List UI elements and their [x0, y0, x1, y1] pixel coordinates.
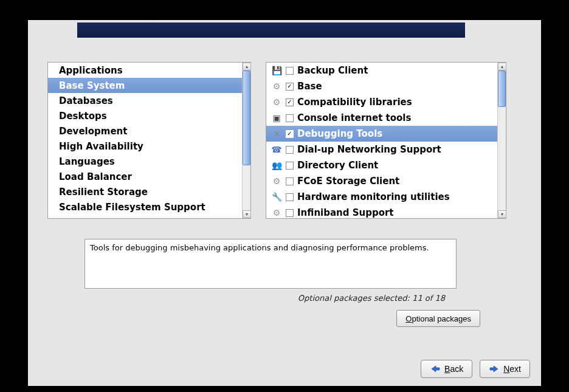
scroll-thumb[interactable]: [498, 70, 506, 107]
category-item[interactable]: Databases: [48, 93, 242, 108]
package-checkbox[interactable]: [286, 177, 294, 185]
gear-icon: ⚙: [271, 176, 282, 187]
scroll-up-icon[interactable]: ▴: [498, 63, 506, 70]
package-label: Directory Client: [297, 160, 378, 171]
category-item[interactable]: Applications: [48, 63, 242, 78]
installer-window: ApplicationsBase SystemDatabasesDesktops…: [27, 19, 542, 387]
package-checkbox[interactable]: [286, 162, 294, 170]
package-checkbox[interactable]: [286, 146, 294, 154]
hw-icon: 🔧: [271, 191, 282, 202]
package-checkbox[interactable]: [286, 193, 294, 201]
category-scrollbar[interactable]: ▴ ▾: [242, 63, 250, 218]
gear-icon: ⚙: [271, 207, 282, 218]
navigation-buttons: Back Next: [421, 360, 530, 378]
package-checkbox[interactable]: [286, 209, 294, 217]
package-item[interactable]: ✕✓Debugging Tools: [266, 126, 497, 142]
package-scrollbar[interactable]: ▴ ▾: [497, 63, 506, 218]
check-icon: ✓: [287, 131, 292, 137]
package-item[interactable]: ⚙FCoE Storage Client: [266, 173, 497, 189]
package-item[interactable]: 👥Directory Client: [266, 157, 497, 173]
gear-icon: ⚙: [271, 81, 282, 92]
package-item[interactable]: 💾Backup Client: [266, 63, 497, 78]
category-item[interactable]: High Availability: [48, 139, 242, 154]
scroll-track[interactable]: [243, 70, 250, 210]
package-label: Backup Client: [297, 65, 368, 76]
people-icon: 👥: [271, 160, 282, 171]
package-description: Tools for debugging misbehaving applicat…: [84, 239, 457, 289]
package-checkbox[interactable]: [286, 67, 294, 75]
category-item[interactable]: Scalable Filesystem Support: [48, 199, 242, 215]
category-list[interactable]: ApplicationsBase SystemDatabasesDesktops…: [48, 63, 242, 218]
package-item[interactable]: ⚙Infiniband Support: [266, 205, 497, 218]
package-label: Compatibility libraries: [297, 97, 412, 108]
package-label: Infiniband Support: [297, 207, 394, 218]
back-button[interactable]: Back: [421, 360, 472, 378]
next-button[interactable]: Next: [480, 360, 530, 378]
package-checkbox[interactable]: ✓: [286, 83, 294, 91]
selection-panels: ApplicationsBase SystemDatabasesDesktops…: [47, 62, 522, 219]
category-item[interactable]: Load Balancer: [48, 169, 242, 184]
category-item[interactable]: Desktops: [48, 108, 242, 123]
button-label: Next: [503, 364, 521, 374]
scroll-thumb[interactable]: [243, 70, 250, 165]
category-panel: ApplicationsBase SystemDatabasesDesktops…: [47, 62, 251, 219]
package-label: Debugging Tools: [297, 128, 382, 139]
tools-icon: ✕: [271, 128, 282, 139]
category-item[interactable]: Languages: [48, 154, 242, 169]
package-label: Dial-up Networking Support: [297, 144, 441, 155]
package-panel: 💾Backup Client⚙✓Base⚙✓Compatibility libr…: [266, 62, 506, 219]
term-icon: ▣: [271, 112, 282, 123]
package-item[interactable]: ▣Console internet tools: [266, 110, 497, 126]
scroll-down-icon[interactable]: ▾: [243, 210, 251, 218]
check-icon: ✓: [287, 83, 292, 89]
gear-icon: ⚙: [271, 97, 282, 108]
arrow-right-icon: [489, 365, 500, 373]
phone-icon: ☎: [271, 144, 282, 155]
package-list[interactable]: 💾Backup Client⚙✓Base⚙✓Compatibility libr…: [266, 63, 497, 218]
category-item[interactable]: Development: [48, 123, 242, 139]
check-icon: ✓: [287, 99, 292, 105]
package-item[interactable]: ☎Dial-up Networking Support: [266, 142, 497, 157]
package-checkbox[interactable]: [286, 114, 294, 122]
package-checkbox[interactable]: ✓: [286, 98, 294, 106]
optional-packages-button[interactable]: Optional packages: [396, 310, 480, 327]
package-label: Base: [297, 81, 322, 92]
package-item[interactable]: ⚙✓Compatibility libraries: [266, 94, 497, 110]
package-label: Console internet tools: [297, 112, 411, 123]
category-item[interactable]: Resilient Storage: [48, 184, 242, 199]
optional-packages-status: Optional packages selected: 11 of 18: [298, 294, 445, 303]
package-item[interactable]: ⚙✓Base: [266, 78, 497, 94]
scroll-track[interactable]: [498, 70, 506, 210]
arrow-left-icon: [430, 365, 441, 373]
package-item[interactable]: 🔧Hardware monitoring utilities: [266, 189, 497, 205]
category-item[interactable]: Base System: [48, 78, 242, 93]
disk-icon: 💾: [271, 65, 282, 76]
scroll-up-icon[interactable]: ▴: [243, 63, 251, 70]
package-label: FCoE Storage Client: [297, 176, 399, 187]
header-banner: [77, 22, 465, 38]
package-checkbox[interactable]: ✓: [286, 130, 294, 138]
package-label: Hardware monitoring utilities: [297, 191, 450, 202]
button-label: Back: [444, 364, 463, 374]
scroll-down-icon[interactable]: ▾: [498, 210, 506, 218]
button-label: Optional packages: [405, 314, 471, 323]
